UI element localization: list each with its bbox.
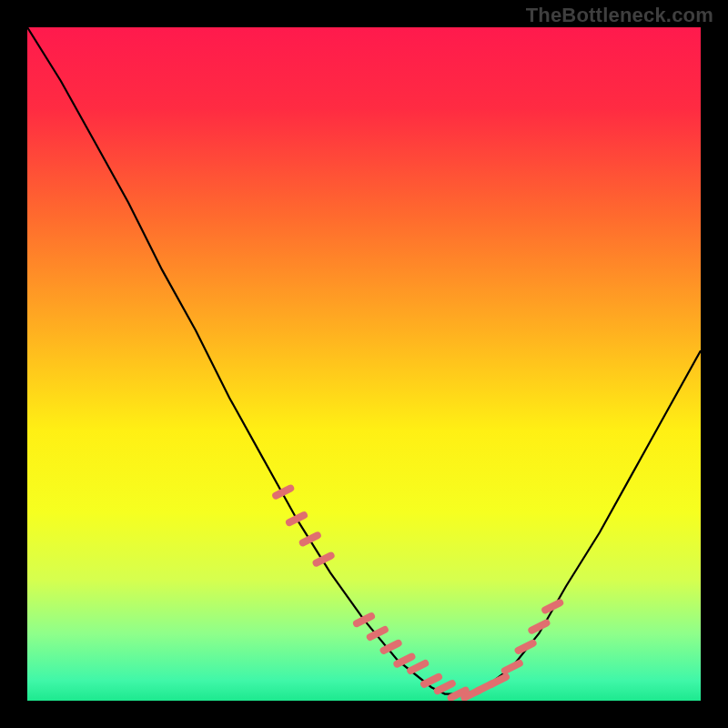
plot-background xyxy=(27,27,701,701)
chart-frame: TheBottleneck.com xyxy=(0,0,728,728)
watermark-text: TheBottleneck.com xyxy=(526,4,713,27)
bottleneck-plot xyxy=(0,0,728,728)
